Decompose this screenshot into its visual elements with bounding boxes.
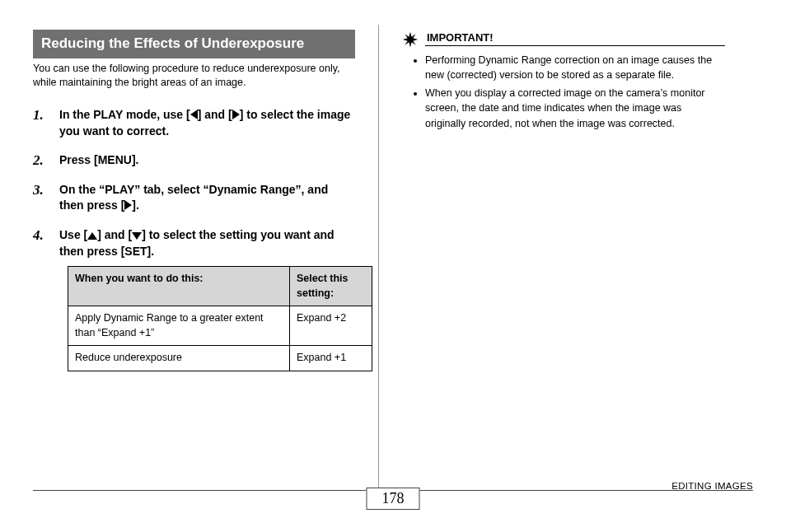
footer-row: EDITING IMAGES 178 [33, 496, 753, 519]
table-row: Apply Dynamic Range to a greater extent … [68, 306, 372, 346]
page-number: 178 [367, 488, 420, 510]
footer-section-label: EDITING IMAGES [671, 481, 753, 491]
burst-icon [402, 31, 419, 48]
table-cell: Expand +2 [290, 306, 372, 346]
table-row: Reduce underexposure Expand +1 [68, 346, 372, 371]
table-cell: Apply Dynamic Range to a greater extent … [68, 306, 290, 346]
step-4: 4. Use [] and [] to select the setting y… [51, 227, 355, 371]
step-text: Use [ [59, 228, 87, 241]
right-column: IMPORTANT! Performing Dynamic Range corr… [379, 25, 725, 490]
step-text: ]. [132, 198, 139, 212]
table-header: When you want to do this: [68, 267, 290, 306]
step-number: 2. [33, 151, 44, 170]
page-footer: EDITING IMAGES 178 [33, 490, 753, 519]
down-arrow-icon [132, 232, 142, 240]
intro-text: You can use the following procedure to r… [33, 62, 355, 91]
left-arrow-icon [190, 110, 198, 119]
important-label: IMPORTANT! [425, 31, 725, 46]
svg-marker-0 [403, 32, 418, 47]
step-number: 3. [33, 180, 44, 200]
step-text: Press [MENU]. [59, 153, 138, 166]
step-number: 4. [33, 226, 44, 245]
right-arrow-icon [124, 200, 132, 210]
step-3: 3. On the “PLAY” tab, select “Dynamic Ra… [51, 182, 355, 214]
step-text: ] and [ [97, 228, 132, 241]
step-1: 1. In the PLAY mode, use [] and [] to se… [51, 107, 355, 139]
step-2: 2. Press [MENU]. [51, 152, 355, 169]
page-content: Reducing the Effects of Underexposure Yo… [33, 25, 753, 490]
up-arrow-icon [87, 232, 97, 240]
left-column: Reducing the Effects of Underexposure Yo… [33, 25, 379, 490]
step-text: ] and [ [198, 108, 232, 121]
step-text: On the “PLAY” tab, select “Dynamic Range… [59, 183, 328, 212]
list-item: When you display a corrected image on th… [425, 86, 725, 130]
step-number: 1. [33, 105, 44, 125]
list-item: Performing Dynamic Range correction on a… [425, 53, 725, 82]
settings-table: When you want to do this: Select this se… [68, 266, 372, 371]
step-text: In the PLAY mode, use [ [59, 108, 190, 121]
table-header: Select this setting: [290, 267, 372, 306]
important-bullets: Performing Dynamic Range correction on a… [402, 53, 725, 131]
right-arrow-icon [232, 110, 240, 119]
table-cell: Reduce underexposure [68, 346, 290, 371]
table-cell: Expand +1 [290, 346, 372, 371]
table-header-row: When you want to do this: Select this se… [68, 267, 372, 306]
section-heading: Reducing the Effects of Underexposure [33, 30, 355, 58]
important-heading: IMPORTANT! [402, 30, 725, 48]
steps-list: 1. In the PLAY mode, use [] and [] to se… [33, 107, 355, 371]
